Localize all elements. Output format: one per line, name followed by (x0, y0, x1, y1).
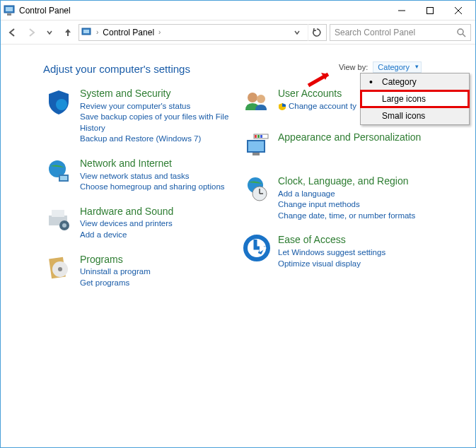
printer-icon (43, 206, 74, 237)
category-link[interactable]: Uninstall a program (80, 266, 151, 278)
chevron-right-icon: › (95, 28, 100, 36)
recent-dropdown-icon[interactable] (42, 25, 57, 40)
category-link[interactable]: Let Windows suggest settings (278, 247, 385, 259)
svg-point-23 (257, 95, 265, 103)
search-input[interactable]: Search Control Panel (330, 24, 471, 41)
address-dropdown-icon[interactable] (289, 25, 305, 40)
svg-rect-1 (6, 7, 13, 11)
category-title[interactable]: Network and Internet (80, 158, 225, 170)
svg-point-21 (58, 267, 62, 271)
category-link[interactable]: Change account ty (289, 101, 356, 112)
category-link[interactable]: Change input methods (278, 199, 415, 211)
category-network-internet: Network and Internet View network status… (43, 158, 234, 193)
shield-icon (43, 88, 74, 119)
svg-point-18 (62, 223, 66, 228)
ease-of-access-icon (241, 234, 272, 265)
forward-button[interactable] (23, 25, 39, 40)
globe-network-icon (43, 158, 74, 189)
arrow-annotation (307, 70, 335, 88)
svg-rect-16 (52, 210, 64, 217)
monitor-colors-icon (241, 131, 272, 163)
view-by-menu: Category Large icons Small icons (360, 73, 470, 125)
category-link[interactable]: Review your computer's status (80, 101, 234, 112)
category-title[interactable]: Ease of Access (278, 234, 385, 246)
category-link[interactable]: View devices and printers (80, 218, 173, 230)
category-title[interactable]: System and Security (80, 88, 234, 100)
category-title[interactable]: Hardware and Sound (80, 206, 173, 218)
category-hardware-sound: Hardware and Sound View devices and prin… (43, 206, 234, 241)
svg-rect-30 (252, 153, 260, 155)
category-link[interactable]: Choose homegroup and sharing options (80, 182, 225, 193)
titlebar: Control Panel (1, 1, 475, 20)
svg-rect-25 (255, 135, 257, 138)
category-link[interactable]: Add a device (80, 230, 173, 241)
category-title[interactable]: Programs (80, 254, 151, 266)
back-button[interactable] (5, 25, 21, 40)
control-panel-icon (4, 5, 15, 16)
category-system-security: System and Security Review your computer… (43, 88, 234, 145)
category-link[interactable]: Backup and Restore (Windows 7) (80, 134, 234, 145)
category-title[interactable]: Clock, Language, and Region (278, 175, 415, 187)
maximize-button[interactable] (416, 1, 444, 20)
chevron-right-icon: › (157, 28, 162, 36)
window-title: Control Panel (19, 6, 388, 16)
svg-rect-14 (60, 176, 67, 180)
category-link[interactable]: Save backup copies of your files with Fi… (80, 112, 234, 134)
people-icon (241, 88, 272, 119)
menu-item-large-icons[interactable]: Large icons (361, 90, 469, 107)
category-link[interactable]: Optimize visual display (278, 259, 385, 270)
view-by-dropdown[interactable]: Category (373, 61, 422, 73)
search-placeholder: Search Control Panel (335, 28, 456, 37)
view-by-label-group: View by: Category (339, 63, 422, 71)
breadcrumb-root[interactable]: Control Panel (103, 28, 154, 37)
address-bar[interactable]: › Control Panel › (79, 24, 327, 41)
category-title[interactable]: User Accounts (278, 88, 356, 100)
nav-row: › Control Panel › Search Control Panel (1, 20, 475, 45)
menu-item-category[interactable]: Category (361, 73, 469, 90)
category-appearance-personalization: Appearance and Personalization (241, 131, 425, 163)
up-button[interactable] (60, 25, 76, 40)
svg-rect-26 (257, 135, 260, 138)
svg-rect-8 (83, 30, 89, 33)
uac-shield-icon (278, 102, 286, 111)
menu-item-small-icons[interactable]: Small icons (361, 107, 469, 124)
close-button[interactable] (444, 1, 472, 20)
svg-rect-2 (7, 13, 11, 16)
svg-rect-27 (260, 135, 262, 138)
category-programs: Programs Uninstall a program Get program… (43, 254, 234, 289)
category-link[interactable]: View network status and tasks (80, 171, 225, 182)
category-clock-language-region: Clock, Language, and Region Add a langua… (241, 175, 425, 221)
left-column: System and Security Review your computer… (43, 88, 234, 301)
category-link[interactable]: Add a language (278, 189, 415, 200)
svg-rect-4 (427, 7, 434, 13)
search-icon (456, 28, 466, 37)
content-area: Adjust your computer's settings View by:… (1, 45, 475, 308)
svg-line-10 (463, 34, 465, 37)
svg-point-22 (248, 93, 257, 102)
control-panel-small-icon (81, 27, 92, 38)
disc-box-icon (43, 254, 74, 285)
category-link[interactable]: Change date, time, or number formats (278, 211, 415, 222)
view-by-label: View by: (339, 63, 368, 71)
refresh-button[interactable] (308, 24, 325, 41)
category-ease-of-access: Ease of Access Let Windows suggest setti… (241, 234, 425, 269)
svg-point-9 (458, 29, 463, 35)
globe-clock-icon (241, 175, 272, 206)
category-title[interactable]: Appearance and Personalization (278, 131, 421, 143)
minimize-button[interactable] (388, 1, 416, 20)
svg-rect-29 (248, 141, 264, 151)
category-link[interactable]: Get programs (80, 278, 151, 289)
svg-point-11 (56, 99, 67, 110)
